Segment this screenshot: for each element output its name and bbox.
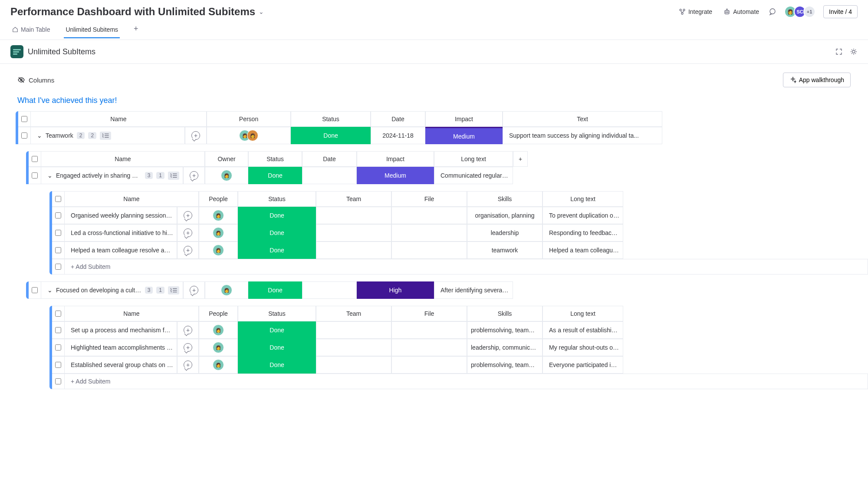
item-name[interactable]: Highlighted team accomplishments with m.… [71, 344, 173, 351]
status-cell[interactable]: Done [248, 167, 302, 184]
people-cell[interactable]: 👩 [199, 356, 238, 374]
gear-icon[interactable] [850, 48, 858, 56]
people-cell[interactable]: 👩 [199, 242, 238, 259]
add-subitem-row[interactable]: + Add Subitem [52, 259, 868, 275]
column-header-date[interactable]: Date [302, 151, 357, 167]
column-header-long[interactable]: Long text [542, 191, 623, 207]
column-header-people[interactable]: People [199, 306, 238, 321]
table-row[interactable]: ⌄ Teamwork 2 2 ⌇☰ 👩 👩 Done 2024-11-18 [18, 127, 868, 144]
file-cell[interactable] [391, 339, 467, 356]
long-cell[interactable]: Helped a team colleague tro... [542, 242, 623, 259]
row-checkbox[interactable] [55, 247, 61, 253]
team-cell[interactable] [316, 207, 391, 224]
table-row[interactable]: Organised weekly planning sessions where… [52, 207, 868, 224]
column-header-owner[interactable]: Owner [205, 151, 248, 167]
impact-cell[interactable]: High [357, 281, 434, 299]
row-checkbox[interactable] [32, 172, 38, 179]
row-checkbox[interactable] [55, 212, 61, 218]
column-header-status[interactable]: Status [238, 191, 316, 207]
conversation-cell[interactable] [183, 281, 205, 299]
row-checkbox[interactable] [55, 378, 61, 384]
owner-cell[interactable]: 👩 [205, 167, 248, 184]
chevron-down-icon[interactable]: ⌄ [259, 8, 264, 15]
column-header-name[interactable]: Name [30, 111, 207, 127]
integrate-button[interactable]: Integrate [677, 7, 714, 17]
date-cell[interactable] [302, 281, 357, 299]
people-cell[interactable]: 👩 [199, 321, 238, 339]
select-all-checkbox[interactable] [21, 116, 27, 122]
status-cell[interactable]: Done [238, 321, 316, 339]
long-cell[interactable]: Everyone participated in all g... [542, 356, 623, 374]
long-cell[interactable]: To prevent duplication of wo... [542, 207, 623, 224]
long-cell[interactable]: My regular shout-outs of tea... [542, 339, 623, 356]
column-header-text[interactable]: Text [503, 111, 662, 127]
item-name[interactable]: Focused on developing a culture of open … [56, 287, 141, 294]
conversation-cell[interactable] [183, 167, 205, 184]
table-row[interactable]: Highlighted team accomplishments with m.… [52, 339, 868, 356]
table-row[interactable]: Led a cross-functional initiative to hig… [52, 224, 868, 242]
conversation-cell[interactable] [177, 321, 199, 339]
add-subitem-row[interactable]: + Add Subitem [52, 374, 868, 389]
column-header-status[interactable]: Status [291, 111, 371, 127]
conversation-cell[interactable] [185, 127, 207, 144]
status-cell[interactable]: Done [291, 127, 371, 144]
row-checkbox[interactable] [55, 264, 61, 270]
tab-unlimited-subitems[interactable]: Unlimited Subitems [64, 26, 120, 38]
conversation-cell[interactable] [177, 224, 199, 242]
person-cell[interactable]: 👩 👩 [207, 127, 291, 144]
column-header-impact[interactable]: Impact [425, 111, 503, 127]
status-cell[interactable]: Done [238, 242, 316, 259]
team-cell[interactable] [316, 321, 391, 339]
select-all-checkbox[interactable] [32, 156, 38, 162]
table-row[interactable]: Established several group chats on Slack… [52, 356, 868, 374]
long-cell[interactable]: After identifying several com... [434, 281, 513, 299]
column-header-long[interactable]: Long text [434, 151, 513, 167]
item-name[interactable]: Helped a team colleague resolve an issue… [71, 247, 173, 254]
member-avatars[interactable]: 👩 SC +1 [784, 6, 815, 18]
add-view-button[interactable]: + [132, 24, 140, 40]
owner-cell[interactable]: 👩 [205, 281, 248, 299]
item-name[interactable]: Led a cross-functional initiative to hig… [71, 229, 173, 236]
date-cell[interactable] [302, 167, 357, 184]
people-cell[interactable]: 👩 [199, 224, 238, 242]
conversation-cell[interactable] [177, 207, 199, 224]
skills-cell[interactable]: organisation, planning [467, 207, 542, 224]
column-header-name[interactable]: Name [64, 191, 199, 207]
chevron-down-icon[interactable]: ⌄ [37, 132, 42, 139]
skills-cell[interactable]: leadership [467, 224, 542, 242]
column-header-name[interactable]: Name [64, 306, 199, 321]
conversation-cell[interactable] [177, 339, 199, 356]
status-cell[interactable]: Done [248, 281, 302, 299]
skills-cell[interactable]: leadership, communications, ... [467, 339, 542, 356]
team-cell[interactable] [316, 224, 391, 242]
item-name[interactable]: Teamwork [46, 132, 73, 139]
item-name[interactable]: Organised weekly planning sessions where… [71, 212, 173, 219]
conversation-cell[interactable] [177, 242, 199, 259]
row-checkbox[interactable] [32, 287, 38, 293]
people-cell[interactable]: 👩 [199, 207, 238, 224]
skills-cell[interactable]: teamwork [467, 242, 542, 259]
file-cell[interactable] [391, 356, 467, 374]
board-title[interactable]: Performance Dashboard with Unlimited Sub… [10, 6, 255, 18]
long-cell[interactable]: Responding to feedback fro... [542, 224, 623, 242]
walkthrough-button[interactable]: App walkthrough [783, 73, 851, 87]
file-cell[interactable] [391, 321, 467, 339]
row-checkbox[interactable] [55, 362, 61, 368]
tab-main-table[interactable]: Main Table [10, 26, 52, 38]
impact-cell[interactable]: Medium [425, 127, 503, 144]
text-cell[interactable]: Support team success by aligning individ… [503, 127, 662, 144]
table-row[interactable]: ⌄ Engaged actively in sharing and aligni… [29, 167, 868, 184]
item-name[interactable]: Engaged actively in sharing and aligning… [56, 172, 141, 179]
status-cell[interactable]: Done [238, 224, 316, 242]
select-all-checkbox[interactable] [55, 311, 61, 317]
column-header-status[interactable]: Status [238, 306, 316, 321]
conversation-cell[interactable] [177, 356, 199, 374]
columns-button[interactable]: Columns [17, 76, 54, 84]
row-checkbox[interactable] [55, 230, 61, 236]
column-header-person[interactable]: Person [207, 111, 291, 127]
subitem-icon[interactable]: ⌇☰ [100, 132, 111, 140]
column-header-date[interactable]: Date [371, 111, 425, 127]
subitem-icon[interactable]: ⌇☰ [168, 172, 179, 180]
table-row[interactable]: Set up a process and mechanism for regul… [52, 321, 868, 339]
file-cell[interactable] [391, 207, 467, 224]
